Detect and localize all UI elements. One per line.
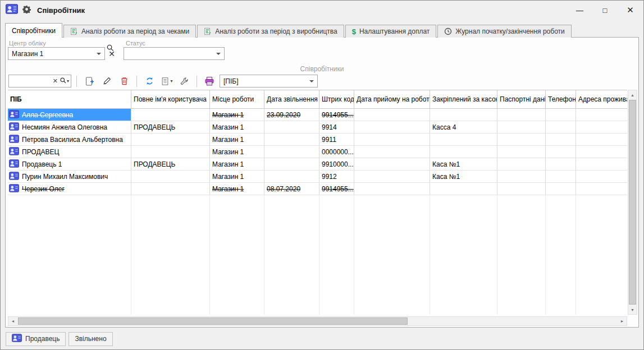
cell-hire_date[interactable] [354,158,430,171]
column-header-username[interactable]: Повне ім'я користувача [131,90,210,109]
legend-seller-button[interactable]: Продавець [6,332,66,346]
cell-address[interactable] [576,133,627,146]
vertical-scroll-thumb[interactable] [629,100,636,305]
search-magnifier-icon[interactable] [60,76,67,86]
cell-passport[interactable] [497,158,546,171]
scroll-up-arrow[interactable]: ▲ [628,90,637,99]
cell-workplace[interactable]: Магазин 1 [210,121,264,133]
column-header-passport[interactable]: Паспортні дані [497,90,546,109]
cell-hire_date[interactable] [354,121,430,133]
cell-username[interactable]: ПРОДАВЕЦЬ [131,121,210,133]
column-header-barcode[interactable]: Штрих код [319,90,354,109]
cell-pib[interactable]: Пурин Михаил Максимович [8,171,131,183]
cell-address[interactable] [576,121,627,133]
employee-row[interactable]: Несмиян Анжела ОлеговнаПРОДАВЕЦЬМагазин … [8,121,627,133]
cell-address[interactable] [576,109,627,121]
legend-dismissed-button[interactable]: Звільнено [68,332,112,346]
cell-barcode[interactable]: 9911 [319,133,354,146]
clear-filter-button[interactable]: ✕ [106,48,117,59]
print-button[interactable] [202,75,217,88]
cell-dismiss_date[interactable] [264,133,319,146]
delete-employee-button[interactable] [117,75,131,88]
status-combo[interactable] [124,47,225,60]
report-menu-button[interactable]: ▾ [159,75,174,88]
cell-pib[interactable]: Продавець 1 [8,158,131,171]
cell-hire_date[interactable] [354,109,430,121]
cell-phone[interactable] [546,109,576,121]
cell-cash_register[interactable]: Каса №1 [430,171,497,183]
employee-row[interactable]: Продавець 1ПРОДАВЕЦЬМагазин 19910000...К… [8,158,627,171]
cell-barcode[interactable]: 9914 [319,121,354,133]
cell-username[interactable] [131,146,210,158]
cell-dismiss_date[interactable]: 23.09.2020 [264,109,319,121]
cell-passport[interactable] [497,121,546,133]
cell-dismiss_date[interactable] [264,171,319,183]
cell-username[interactable] [131,183,210,195]
column-header-cash_register[interactable]: Закріплений за касою [430,90,497,109]
grid-search-input[interactable] [11,77,51,85]
cell-cash_register[interactable]: Касса 4 [430,121,497,133]
cell-hire_date[interactable] [354,171,430,183]
cell-pib[interactable]: Черезик Олег [8,183,131,195]
cell-workplace[interactable]: Магазин 1 [210,146,264,158]
cell-workplace[interactable]: Магазин 1 [210,171,264,183]
cell-pib[interactable]: ПРОДАВЕЦ [8,146,131,158]
cell-cash_register[interactable]: Каса №1 [430,158,497,171]
employee-row[interactable]: Алла СергеевнаМагазин 123.09.20209914955… [8,109,627,121]
scroll-left-arrow[interactable]: ◄ [8,317,17,325]
cell-passport[interactable] [497,109,546,121]
cell-hire_date[interactable] [354,133,430,146]
cell-cash_register[interactable] [430,109,497,121]
cell-pib[interactable]: Петрова Василиса Альбертовна [8,133,131,146]
close-button[interactable]: ✕ [618,1,643,19]
tab-work-journal[interactable]: Журнал початку/закінчення роботи [437,25,571,38]
cell-phone[interactable] [546,146,576,158]
cell-cash_register[interactable] [430,133,497,146]
cell-username[interactable] [131,133,210,146]
tab-analysis-by-production[interactable]: Аналіз роботи за період з виробництва [197,25,344,38]
cell-username[interactable] [131,109,210,121]
cell-passport[interactable] [497,146,546,158]
group-field-combo[interactable]: [ПІБ] [220,75,318,88]
cell-barcode[interactable]: 9912 [319,171,354,183]
cell-phone[interactable] [546,183,576,195]
column-header-hire_date[interactable]: Дата прийому на роботу [354,90,430,109]
cell-address[interactable] [576,158,627,171]
tab-employees[interactable]: Співробітники [5,23,62,38]
accounting-center-combo[interactable]: Магазин 1 [8,47,105,60]
minimize-button[interactable]: — [567,1,592,19]
tab-analysis-by-checks[interactable]: Аналіз роботи за період за чеками [63,25,196,38]
cell-address[interactable] [576,183,627,195]
search-clear-icon[interactable]: ✕ [53,77,58,85]
search-options-dropdown-icon[interactable]: ▾ [67,79,69,84]
column-header-workplace[interactable]: Місце роботи [210,90,264,109]
cell-cash_register[interactable] [430,183,497,195]
cell-passport[interactable] [497,183,546,195]
column-header-phone[interactable]: Телефон [546,90,576,109]
cell-dismiss_date[interactable] [264,158,319,171]
cell-dismiss_date[interactable] [264,121,319,133]
add-employee-button[interactable] [82,75,97,88]
cell-hire_date[interactable] [354,183,430,195]
cell-username[interactable]: ПРОДАВЕЦЬ [131,158,210,171]
refresh-button[interactable] [142,75,157,88]
cell-cash_register[interactable] [430,146,497,158]
cell-passport[interactable] [497,133,546,146]
column-header-address[interactable]: Адреса проживання [576,90,627,109]
cell-passport[interactable] [497,171,546,183]
horizontal-scroll-thumb[interactable] [18,317,408,325]
cell-dismiss_date[interactable]: 08.07.2020 [264,183,319,195]
column-header-pib[interactable]: ПІБ [8,90,131,109]
cell-address[interactable] [576,146,627,158]
settings-gear-icon[interactable] [22,5,31,16]
settings-wrench-button[interactable] [177,75,191,88]
cell-barcode[interactable]: 9914955... [319,109,354,121]
cell-dismiss_date[interactable] [264,146,319,158]
cell-workplace[interactable]: Магазин 1 [210,133,264,146]
cell-address[interactable] [576,171,627,183]
maximize-button[interactable]: □ [592,1,618,19]
scroll-down-arrow[interactable]: ▼ [628,305,637,314]
cell-barcode[interactable]: 9910000... [319,158,354,171]
cell-phone[interactable] [546,121,576,133]
tab-surcharge-settings[interactable]: $ Налаштування доплат [345,25,437,38]
